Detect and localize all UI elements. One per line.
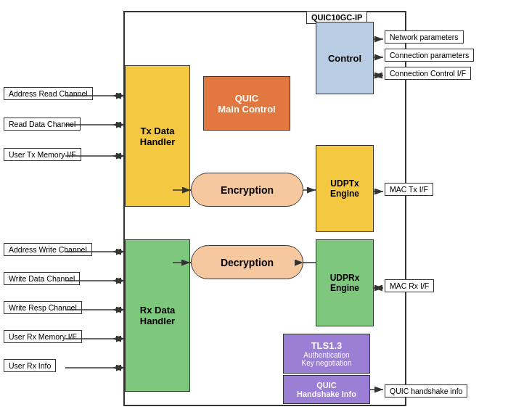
network-params-label: Network parameters bbox=[385, 30, 464, 44]
quic-handshake-block: QUIC Handshake Info bbox=[283, 375, 370, 404]
quic-handshake-line1: QUIC bbox=[297, 381, 356, 390]
connection-control-box: Connection Control I/F bbox=[385, 67, 471, 80]
user-rx-info-label: User Rx Info bbox=[4, 359, 56, 372]
tls-line3: Key negotiation bbox=[302, 359, 352, 367]
tls-block: TLS1.3 Authentication Key negotiation bbox=[283, 334, 370, 374]
user-tx-memory-label: User Tx Memory I/F bbox=[4, 148, 81, 161]
udptx-engine-block: UDPTx Engine bbox=[316, 145, 374, 232]
quic-handshake-info-label: QUIC handshake info bbox=[385, 384, 467, 398]
udprx-line1: UDPRx bbox=[330, 273, 360, 283]
user-rx-info-box: User Rx Info bbox=[4, 359, 56, 372]
quic-handshake-line2: Handshake Info bbox=[297, 390, 356, 398]
mac-tx-box: MAC Tx I/F bbox=[385, 183, 433, 196]
udprx-line2: Engine bbox=[330, 283, 360, 293]
address-write-channel-label: Address Write Channel bbox=[4, 243, 92, 256]
write-data-channel-label: Write Data Channel bbox=[4, 272, 80, 285]
tx-data-handler-label: Tx Data Handler bbox=[140, 125, 175, 147]
encryption-label: Encryption bbox=[221, 184, 274, 196]
rx-data-handler-label: Rx Data Handler bbox=[140, 305, 175, 326]
connection-params-label: Connection parameters bbox=[385, 49, 474, 62]
address-read-channel-box: Address Read Channel bbox=[4, 87, 93, 100]
read-data-channel-label: Read Data Channel bbox=[4, 118, 81, 131]
encryption-block: Encryption bbox=[191, 173, 303, 207]
rx-data-handler-block: Rx Data Handler bbox=[125, 239, 190, 392]
mac-tx-label: MAC Tx I/F bbox=[385, 183, 433, 196]
decryption-label: Decryption bbox=[221, 257, 274, 268]
mac-rx-label: MAC Rx I/F bbox=[385, 279, 434, 292]
network-params-box: Network parameters bbox=[385, 30, 464, 44]
write-data-channel-box: Write Data Channel bbox=[4, 272, 80, 285]
write-resp-channel-box: Write Resp Channel bbox=[4, 301, 82, 314]
tls-line1: TLS1.3 bbox=[302, 340, 352, 351]
user-rx-memory-label: User Rx Memory I/F bbox=[4, 330, 82, 343]
address-read-channel-label: Address Read Channel bbox=[4, 87, 93, 100]
udptx-line1: UDPTx bbox=[330, 178, 359, 189]
diagram: QUIC10GC-IP Tx Data Handler Rx Data Hand… bbox=[0, 0, 508, 420]
quic-main-control-line1: QUIC bbox=[218, 93, 275, 104]
mac-rx-box: MAC Rx I/F bbox=[385, 279, 434, 292]
udprx-engine-block: UDPRx Engine bbox=[316, 239, 374, 326]
quic-main-control-block: QUIC Main Control bbox=[203, 76, 290, 131]
user-tx-memory-box: User Tx Memory I/F bbox=[4, 148, 81, 161]
tls-line2: Authentication bbox=[302, 351, 352, 359]
control-block: Control bbox=[316, 22, 374, 94]
udptx-line2: Engine bbox=[330, 189, 359, 199]
control-label: Control bbox=[328, 53, 361, 64]
quic-main-control-line2: Main Control bbox=[218, 104, 275, 115]
read-data-channel-box: Read Data Channel bbox=[4, 118, 81, 131]
connection-control-label: Connection Control I/F bbox=[385, 67, 471, 80]
decryption-block: Decryption bbox=[191, 245, 303, 279]
tx-data-handler-block: Tx Data Handler bbox=[125, 65, 190, 207]
quic-handshake-info-box: QUIC handshake info bbox=[385, 384, 467, 398]
address-write-channel-box: Address Write Channel bbox=[4, 243, 92, 256]
user-rx-memory-box: User Rx Memory I/F bbox=[4, 330, 82, 343]
write-resp-channel-label: Write Resp Channel bbox=[4, 301, 82, 314]
connection-params-box: Connection parameters bbox=[385, 49, 474, 62]
